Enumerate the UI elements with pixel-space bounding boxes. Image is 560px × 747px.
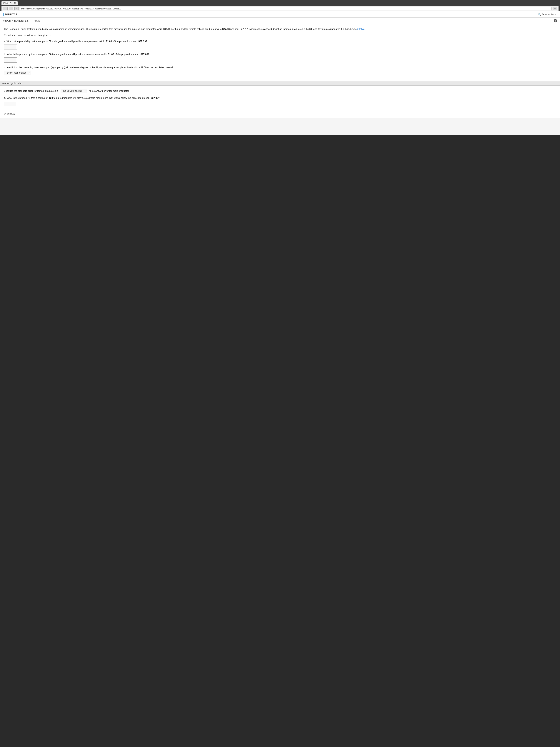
mindtap-header: MINDTAP 🔍 Search this cou xyxy=(0,11,560,18)
part-c-select[interactable]: - Select your answer - Part (a) Part (b) xyxy=(4,71,31,75)
part-a-question: a. What is the probability that a sample… xyxy=(4,40,556,50)
info-icon[interactable]: ℹ xyxy=(554,19,557,22)
part-b-sample-size: 50 xyxy=(49,53,52,56)
part-b-input[interactable] xyxy=(4,57,17,62)
continuation-container: Because the standard error for female gr… xyxy=(0,85,560,118)
mindtap-logo: MINDTAP xyxy=(3,13,18,16)
round-note: Round your answers to four decimal place… xyxy=(4,33,556,37)
search-area: 🔍 Search this cou xyxy=(538,13,557,16)
forward-button[interactable]: → xyxy=(9,7,14,10)
page-title: nework 4 (Chapter 6&7) - Part A xyxy=(3,19,40,22)
question-intro: The Economic Policy Institute periodical… xyxy=(4,27,556,31)
part-d-input[interactable] xyxy=(4,101,17,106)
inline-suffix: the standard error for male graduates xyxy=(89,89,129,92)
part-b-question: b. What is the probability that a sample… xyxy=(4,52,556,62)
browser-chrome: MINDTAP ✕ ← → ↻ o/index.html?deploymentI… xyxy=(0,0,560,11)
tab-close-button[interactable]: ✕ xyxy=(14,2,16,4)
part-c-question: c. In which of the preceding two cases, … xyxy=(4,66,556,75)
part-c-bold: c. xyxy=(4,66,6,69)
part-b-label: b. What is the probability that a sample… xyxy=(4,52,556,56)
icon-key-label: Icon Key xyxy=(6,112,15,115)
part-a-input[interactable] xyxy=(4,44,17,49)
part-d-bold: d. xyxy=(4,97,6,99)
tab-label: MINDTAP xyxy=(3,2,12,4)
inline-prefix: Because the standard error for female gr… xyxy=(4,89,58,92)
inline-select-wrapper[interactable]: - Select your answer - less than equal t… xyxy=(60,89,87,93)
part-d-sample-size: 120 xyxy=(49,97,53,99)
browser-nav: ← → ↻ o/index.html?deploymentId=59965220… xyxy=(1,6,559,11)
male-wage: $37.39 xyxy=(163,28,170,30)
nav-menu-bar[interactable]: ons Navigation Menu xyxy=(0,81,560,85)
question-container: The Economic Policy Institute periodical… xyxy=(0,24,560,81)
part-d-diff: $0.60 xyxy=(114,97,120,99)
refresh-button[interactable]: ↻ xyxy=(15,7,19,10)
search-icon: 🔍 xyxy=(538,13,541,16)
part-d-mean: $27.83 xyxy=(151,97,158,99)
part-c-label: c. In which of the preceding two cases, … xyxy=(4,66,556,70)
female-wage: $27.83 xyxy=(222,28,230,30)
z-table-link[interactable]: z-table xyxy=(357,28,365,30)
browser-toolbar: MINDTAP ✕ xyxy=(1,1,559,5)
bookmark-button[interactable]: ☆ xyxy=(553,7,557,10)
inline-context: Because the standard error for female gr… xyxy=(4,89,556,93)
content-area: The Economic Policy Institute periodical… xyxy=(0,24,560,135)
search-label: Search this cou xyxy=(542,13,557,16)
part-b-mean: $27.83 xyxy=(140,53,148,56)
part-b-bold: b. xyxy=(4,53,6,56)
male-std: $4.60 xyxy=(306,28,312,30)
part-a-sample-size: 50 xyxy=(49,40,51,43)
part-c-select-wrapper[interactable]: - Select your answer - Part (a) Part (b) xyxy=(4,71,31,75)
part-d-label: d. What is the probability that a sample… xyxy=(4,96,556,100)
part-a-diff: $1.00 xyxy=(106,40,112,43)
icon-key: ⊖ Icon Key xyxy=(4,110,556,115)
part-b-diff: $1.00 xyxy=(108,53,114,56)
url-bar[interactable]: o/index.html?deploymentId=59965220544781… xyxy=(20,7,552,10)
active-tab[interactable]: MINDTAP ✕ xyxy=(1,1,18,5)
page-title-bar: nework 4 (Chapter 6&7) - Part A ℹ xyxy=(0,18,560,24)
part-a-bold: a. xyxy=(4,40,6,43)
female-std: $4.10 xyxy=(345,28,351,30)
icon-key-symbol: ⊖ xyxy=(4,112,6,115)
part-d-question: d. What is the probability that a sample… xyxy=(4,96,556,106)
part-a-label: a. What is the probability that a sample… xyxy=(4,40,556,43)
part-a-mean: $37.39 xyxy=(138,40,146,43)
inline-select[interactable]: - Select your answer - less than equal t… xyxy=(60,89,87,93)
back-button[interactable]: ← xyxy=(3,7,7,10)
